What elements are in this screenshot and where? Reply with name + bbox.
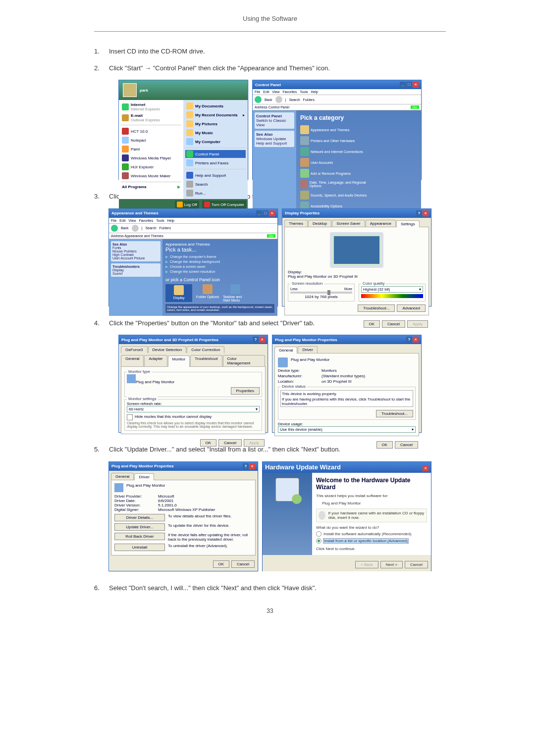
step-text: Insert CD into the CD-ROM drive.: [109, 47, 446, 56]
pnp-monitor-properties-window: Plug and Play Monitor Properties ?× Gene…: [272, 335, 422, 433]
cat-printers[interactable]: Printers and Other Hardware: [300, 136, 370, 145]
wizard-icon: [275, 478, 299, 502]
image-row-1: park InternetInternet Explorer E-mailOut…: [94, 80, 446, 180]
cp-icon-taskbar[interactable]: Taskbar and Start Menu: [223, 284, 248, 302]
username: park: [140, 88, 148, 93]
logoff-button[interactable]: Log Off: [175, 201, 199, 208]
cat-appearance[interactable]: Appearance and Themes: [300, 125, 370, 134]
properties-button[interactable]: Properties: [231, 387, 260, 395]
address-bar[interactable]: Address Control Panel Go: [253, 104, 421, 110]
start-menu-window: park InternetInternet Explorer E-mailOut…: [118, 80, 248, 180]
startmenu-app[interactable]: Windows Movie Maker: [121, 172, 181, 180]
device-status-text: This device is working properly. If you …: [280, 390, 413, 407]
cat-sound[interactable]: Sounds, Speech, and Audio Devices: [300, 191, 370, 200]
startmenu-controlpanel[interactable]: Control Panel: [185, 150, 246, 158]
control-panel-window: Control Panel _□× File Edit View Favorit…: [252, 80, 422, 180]
startmenu-app[interactable]: Notepad: [121, 136, 181, 144]
cat-network[interactable]: Network and Internet Connections: [300, 147, 370, 156]
cat-date[interactable]: Date, Time, Language, and Regional Optio…: [300, 180, 370, 189]
startmenu-app[interactable]: HCT 10.0: [121, 127, 181, 135]
image-row-2: Appearance and Themes _□× File Edit View…: [94, 208, 446, 306]
cancel-button[interactable]: Cancel: [405, 561, 428, 568]
monitor-icon: [278, 357, 288, 367]
startmenu-email[interactable]: E-mailOutlook Express: [121, 113, 181, 123]
advanced-button[interactable]: Advanced: [397, 304, 426, 312]
start-menu-user-header: park: [119, 80, 248, 100]
apply-button[interactable]: Apply: [407, 320, 428, 328]
startmenu-internet[interactable]: InternetInternet Explorer: [121, 102, 181, 112]
hide-modes-check[interactable]: Hide modes that this monitor cannot disp…: [127, 414, 260, 420]
cp-icon-display[interactable]: Display: [165, 284, 192, 302]
startmenu-pics[interactable]: My Pictures: [185, 120, 246, 128]
option-auto[interactable]: Install the software automatically (Reco…: [316, 531, 427, 537]
pick-category-label: Pick a category: [300, 114, 417, 121]
startmenu-printers[interactable]: Printers and Faxes: [185, 159, 246, 167]
go-button[interactable]: Go: [411, 105, 419, 109]
hardware-update-wizard: Hardware Update Wizard × Welcome to the …: [262, 461, 431, 571]
startmenu-mycomp[interactable]: My Computer: [185, 138, 246, 146]
display-properties-window: Display Properties ?× Themes Desktop Scr…: [282, 208, 431, 306]
tab-themes[interactable]: Themes: [284, 220, 308, 227]
tab-screensaver[interactable]: Screen Saver: [332, 220, 365, 227]
driver-tab-window: Plug and Play Monitor Properties ?× Gene…: [108, 461, 258, 571]
close-button[interactable]: ×: [413, 82, 419, 88]
header-divider: [94, 31, 446, 32]
step-2: 2. Click "Start" → "Control Panel" then …: [94, 63, 446, 73]
back-icon[interactable]: [111, 225, 118, 232]
back-icon[interactable]: [255, 96, 262, 103]
startmenu-help[interactable]: Help and Support: [185, 171, 246, 179]
adapter-properties-window: Plug and Play Monitor and 3D Prophet III…: [118, 335, 268, 433]
maximize-button[interactable]: □: [406, 82, 412, 88]
wizard-sidebar: [263, 473, 312, 555]
cat-users[interactable]: User Accounts: [300, 158, 370, 167]
appearance-themes-window: Appearance and Themes _□× File Edit View…: [108, 208, 278, 306]
cancel-button[interactable]: Cancel: [382, 320, 405, 328]
cat-addremove[interactable]: Add or Remove Programs: [300, 169, 370, 178]
tab-driver[interactable]: Driver: [298, 346, 317, 353]
color-quality-combo[interactable]: Highest (32 bit)▾: [361, 286, 423, 293]
menu-bar: File Edit View Favorites Tools Help: [253, 89, 421, 95]
fwd-icon[interactable]: [275, 96, 282, 103]
tab-settings[interactable]: Settings: [396, 220, 420, 227]
next-button[interactable]: Next >: [380, 561, 403, 568]
ok-button[interactable]: OK: [364, 320, 380, 328]
step-1: 1. Insert CD into the CD-ROM drive.: [94, 47, 446, 56]
cd-icon: [319, 511, 325, 520]
cp-icon-folder[interactable]: Folder Options: [195, 284, 220, 302]
step-text: Click "Start" → "Control Panel" then cli…: [109, 63, 446, 73]
turnoff-button[interactable]: Turn Off Computer: [202, 201, 246, 208]
page-number: 33: [94, 607, 446, 614]
image-row-4: Plug and Play Monitor Properties ?× Gene…: [94, 461, 446, 571]
device-usage-combo[interactable]: Use this device (enable)▾: [278, 426, 416, 433]
window-titlebar: Control Panel _□×: [253, 80, 421, 89]
startmenu-app[interactable]: Windows Media Player: [121, 154, 181, 162]
startmenu-app[interactable]: HiJr Explorer: [121, 163, 181, 171]
tab-general[interactable]: General: [274, 347, 297, 353]
refresh-rate-combo[interactable]: 60 Hertz▾: [127, 406, 260, 412]
tab-appearance[interactable]: Appearance: [366, 220, 396, 227]
startmenu-allprograms[interactable]: All Programs▶: [121, 184, 181, 190]
option-list[interactable]: Install from a list or specific location…: [316, 538, 427, 544]
startmenu-recent[interactable]: My Recent Documents▸: [185, 111, 246, 119]
tab-desktop[interactable]: Desktop: [308, 220, 331, 227]
resolution-slider[interactable]: [290, 292, 352, 294]
uninstall-button[interactable]: Uninstall: [114, 544, 165, 551]
startmenu-app[interactable]: Paint: [121, 145, 181, 153]
troubleshoot-button[interactable]: Troubleshoot...: [376, 410, 413, 417]
step-num: 1.: [94, 47, 109, 56]
driver-details-button[interactable]: Driver Details...: [114, 514, 165, 521]
step-6: 6. Select "Don't search, I will..." then…: [94, 583, 446, 593]
update-driver-button[interactable]: Update Driver...: [114, 523, 165, 531]
troubleshoot-button[interactable]: Troubleshoot...: [358, 304, 395, 312]
rollback-driver-button[interactable]: Roll Back Driver: [114, 533, 165, 540]
page-header: Using the Software: [94, 15, 446, 22]
minimize-button[interactable]: _: [400, 82, 406, 88]
image-row-3: Plug and Play Monitor and 3D Prophet III…: [94, 335, 446, 433]
window-buttons: _□×: [399, 82, 419, 88]
startmenu-search[interactable]: Search: [185, 180, 246, 188]
startmenu-music[interactable]: My Music: [185, 129, 246, 137]
startmenu-mydocs[interactable]: My Documents: [185, 102, 246, 110]
startmenu-run[interactable]: Run...: [185, 189, 246, 197]
back-button[interactable]: < Back: [355, 561, 378, 568]
step-num: 2.: [94, 63, 109, 73]
